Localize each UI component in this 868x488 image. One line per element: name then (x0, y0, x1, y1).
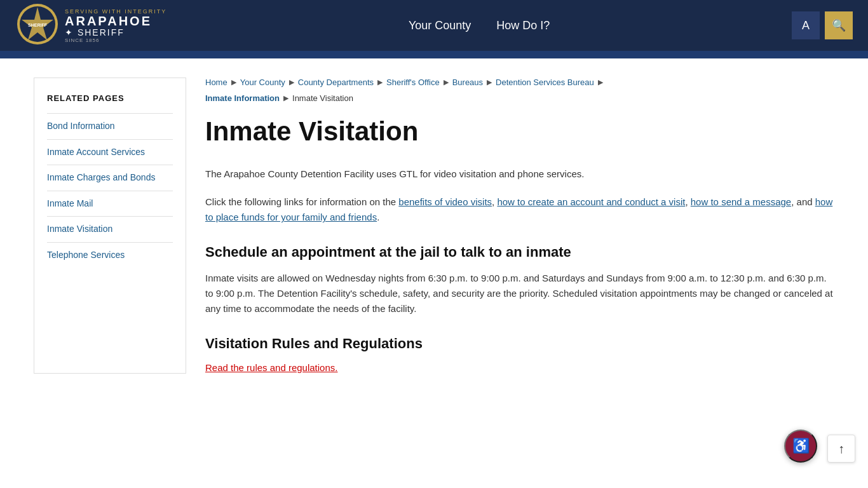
logo-text-block: SERVING WITH INTEGRITY ARAPAHOE ✦ SHERIF… (65, 8, 166, 43)
sep5: ▶ (487, 78, 492, 86)
nav-how-do-i[interactable]: How Do I? (496, 19, 550, 32)
main-content: Home ▶ Your County ▶ County Departments … (205, 78, 834, 374)
sidebar-link-bond[interactable]: Bond Information (47, 114, 173, 139)
main-container: RELATED PAGES Bond Information Inmate Ac… (21, 58, 847, 393)
sep4: ▶ (444, 78, 449, 86)
translate-button[interactable]: A (792, 11, 820, 39)
sidebar-item-bond: Bond Information (47, 113, 173, 139)
sidebar-link-charges[interactable]: Inmate Charges and Bonds (47, 165, 173, 191)
sep1: ▶ (231, 78, 236, 86)
sidebar-title: RELATED PAGES (47, 93, 173, 103)
links-intro-text: Click the following links for informatio… (205, 196, 398, 207)
sidebar-item-visitation: Inmate Visitation (47, 216, 173, 242)
links-paragraph: Click the following links for informatio… (205, 194, 834, 225)
translate-icon: A (802, 19, 810, 32)
breadcrumb-bureaus[interactable]: Bureaus (452, 78, 483, 87)
rules-link-paragraph: Read the rules and regulations. (205, 362, 834, 374)
sep2: ▶ (289, 78, 294, 86)
connector3: , and (791, 196, 815, 207)
schedule-heading: Schedule an appointment at the jail to t… (205, 244, 834, 261)
breadcrumb-your-county[interactable]: Your County (240, 78, 285, 87)
breadcrumb-sheriffs-office[interactable]: Sheriff's Office (386, 78, 440, 87)
breadcrumb-current: Inmate Visitation (292, 93, 353, 103)
logo-badge: SHERIFF (15, 2, 60, 49)
sidebar-nav: Bond Information Inmate Account Services… (47, 113, 173, 268)
sep6: ▶ (598, 78, 603, 86)
sidebar-link-account[interactable]: Inmate Account Services (47, 140, 173, 165)
intro-paragraph: The Arapahoe County Detention Facility u… (205, 166, 834, 182)
link-send-message[interactable]: how to send a message (691, 196, 791, 207)
sub-header-bar (0, 51, 868, 58)
search-button[interactable]: 🔍 (825, 11, 853, 39)
link-benefits[interactable]: benefits of video visits (398, 196, 492, 207)
breadcrumb-home[interactable]: Home (205, 78, 227, 87)
sidebar: RELATED PAGES Bond Information Inmate Ac… (34, 78, 186, 374)
logo-container: SHERIFF SERVING WITH INTEGRITY ARAPAHOE … (15, 2, 166, 49)
sidebar-link-mail[interactable]: Inmate Mail (47, 191, 173, 217)
main-nav: Your County How Do I? (409, 19, 550, 32)
header-icons: A 🔍 (792, 11, 853, 39)
sidebar-item-account: Inmate Account Services (47, 139, 173, 165)
sidebar-link-telephone[interactable]: Telephone Services (47, 243, 173, 268)
breadcrumb-row2: Inmate Information ▶ Inmate Visitation (205, 93, 834, 103)
rules-heading: Visitation Rules and Regulations (205, 336, 834, 352)
page-title: Inmate Visitation (205, 116, 834, 147)
site-header: SHERIFF SERVING WITH INTEGRITY ARAPAHOE … (0, 0, 868, 51)
sidebar-item-charges: Inmate Charges and Bonds (47, 165, 173, 191)
breadcrumb-detention-bureau[interactable]: Detention Services Bureau (496, 78, 594, 87)
rules-link[interactable]: Read the rules and regulations. (205, 362, 337, 373)
breadcrumb-row1: Home ▶ Your County ▶ County Departments … (205, 78, 834, 87)
breadcrumb-inmate-info[interactable]: Inmate Information (205, 93, 280, 103)
sidebar-item-telephone: Telephone Services (47, 242, 173, 268)
link-end: . (377, 212, 379, 222)
link-create-account[interactable]: how to create an account and conduct a v… (497, 196, 685, 207)
sep3: ▶ (377, 78, 383, 86)
nav-your-county[interactable]: Your County (409, 19, 471, 32)
breadcrumb-county-departments[interactable]: County Departments (298, 78, 374, 87)
schedule-text: Inmate visits are allowed on Wednesday n… (205, 271, 834, 316)
search-icon: 🔍 (832, 18, 846, 32)
svg-text:SHERIFF: SHERIFF (28, 23, 48, 27)
sidebar-link-visitation[interactable]: Inmate Visitation (47, 217, 173, 242)
connector2: , (685, 196, 690, 207)
sidebar-item-mail: Inmate Mail (47, 191, 173, 217)
sep7: ▶ (283, 94, 288, 102)
